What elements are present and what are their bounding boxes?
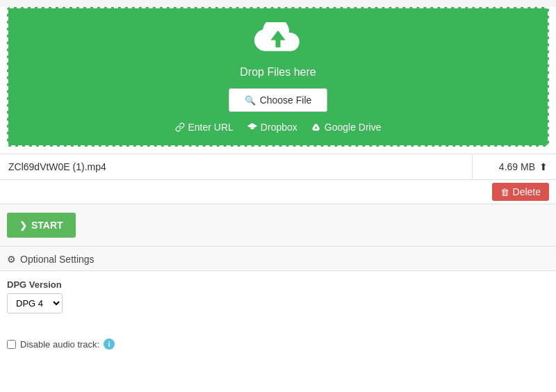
dropbox-icon xyxy=(247,122,257,132)
settings-body: DPG Version DPG 4 DPG 3 DPG 2 DPG 1 xyxy=(0,271,556,333)
optional-settings-label: Optional Settings xyxy=(20,254,95,265)
cloud-upload-icon xyxy=(254,22,302,60)
optional-settings-header-section: Optional Settings xyxy=(0,247,556,271)
link-icon xyxy=(175,122,185,132)
file-name: ZCl69dVtW0E (1).mp4 xyxy=(8,161,106,172)
choose-file-button[interactable]: Choose File xyxy=(229,88,328,112)
dpg-version-row: DPG Version DPG 4 DPG 3 DPG 2 DPG 1 xyxy=(7,279,549,313)
file-name-cell: ZCl69dVtW0E (1).mp4 xyxy=(0,154,473,179)
trash-icon xyxy=(500,186,509,197)
start-button[interactable]: START xyxy=(7,213,76,238)
google-drive-label: Google Drive xyxy=(325,122,382,133)
file-size: 4.69 MB xyxy=(499,161,535,172)
enter-url-link[interactable]: Enter URL xyxy=(175,122,234,133)
dpg-version-select[interactable]: DPG 4 DPG 3 DPG 2 DPG 1 xyxy=(7,293,63,313)
google-drive-link[interactable]: Google Drive xyxy=(311,122,382,133)
disable-audio-label: Disable audio track: xyxy=(20,339,99,350)
info-icon[interactable]: i xyxy=(104,338,115,350)
chevron-right-icon xyxy=(19,220,27,231)
disable-audio-checkbox[interactable] xyxy=(7,340,16,349)
search-icon xyxy=(245,95,256,106)
upload-icon xyxy=(539,161,548,172)
delete-label: Delete xyxy=(513,186,541,197)
google-drive-icon xyxy=(311,122,321,132)
dropbox-link[interactable]: Dropbox xyxy=(247,122,297,133)
dropbox-label: Dropbox xyxy=(261,122,297,133)
start-label: START xyxy=(31,220,63,231)
drop-files-text: Drop Files here xyxy=(240,66,316,79)
optional-settings-header: Optional Settings xyxy=(7,254,549,270)
file-size-cell: 4.69 MB xyxy=(473,154,556,179)
page-wrapper: Drop Files here Choose File Enter URL Dr… xyxy=(0,7,556,392)
source-links: Enter URL Dropbox Google Drive xyxy=(175,122,382,133)
enter-url-label: Enter URL xyxy=(188,122,234,133)
choose-file-label: Choose File xyxy=(260,95,312,106)
gear-icon xyxy=(7,254,16,265)
file-row: ZCl69dVtW0E (1).mp4 4.69 MB xyxy=(0,154,556,180)
drop-zone: Drop Files here Choose File Enter URL Dr… xyxy=(7,7,549,147)
disable-audio-row: Disable audio track: i xyxy=(0,333,556,355)
delete-row: Delete xyxy=(0,180,556,204)
start-row: START xyxy=(0,204,556,247)
delete-button[interactable]: Delete xyxy=(492,183,549,201)
dpg-version-label: DPG Version xyxy=(7,279,549,290)
